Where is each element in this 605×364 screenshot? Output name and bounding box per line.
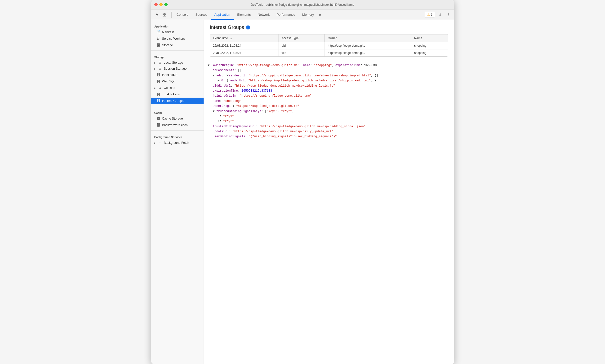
sidebar-item-label: Back/forward cach xyxy=(162,123,188,127)
sidebar-divider-3 xyxy=(151,130,204,131)
sidebar-item-background-fetch[interactable]: ▶ ↑ Background Fetch xyxy=(151,140,204,146)
sidebar-item-label: Service Workers xyxy=(162,37,185,40)
sidebar-item-label: Background Fetch xyxy=(164,141,189,145)
cell-owner: https://dsp-fledge-demo.gl... xyxy=(325,42,411,49)
cell-access-type: win xyxy=(279,49,325,57)
detail-line-13: userBiddingSignals: "{"user_bidding_sign… xyxy=(208,134,450,139)
sidebar-item-storage-app[interactable]: 🗄 Storage xyxy=(151,42,204,48)
svg-rect-2 xyxy=(163,15,164,16)
tab-application[interactable]: Application xyxy=(211,9,234,20)
sidebar-item-backforward-cache[interactable]: 🗄 Back/forward cach xyxy=(151,122,204,128)
cache-storage-icon: 🗄 xyxy=(156,117,160,121)
manifest-icon: 📄 xyxy=(156,30,160,34)
background-fetch-icon: ↑ xyxy=(158,141,162,145)
detail-line-0: adComponents: [] xyxy=(208,68,450,73)
settings-button[interactable]: ⚙ xyxy=(436,11,443,18)
cell-event-time: 22/03/2022, 11:03:24 xyxy=(210,49,279,57)
sidebar-section-storage: Storage xyxy=(151,53,204,60)
tab-sources[interactable]: Sources xyxy=(192,9,211,20)
detail-line-5: joiningOrigin: "https://shopping-fledge-… xyxy=(208,93,450,98)
session-storage-icon: ⊞ xyxy=(158,67,162,70)
backforward-cache-icon: 🗄 xyxy=(156,123,160,127)
sidebar-item-cache-storage[interactable]: 🗄 Cache Storage xyxy=(151,115,204,122)
sidebar-section-bg: Background Services xyxy=(151,133,204,140)
sidebar-item-label: Cache Storage xyxy=(162,117,183,120)
sidebar-item-label: Session Storage xyxy=(164,67,187,70)
web-sql-icon: 🗄 xyxy=(156,79,160,83)
window-title: DevTools - publisher-fledge-demo.glitch.… xyxy=(251,3,354,6)
info-icon[interactable]: i xyxy=(246,25,250,29)
col-access-type[interactable]: Access Type xyxy=(279,34,325,42)
sidebar-item-session-storage[interactable]: ▶ ⊞ Session Storage xyxy=(151,66,204,72)
detail-line-9: 0: "key1" xyxy=(208,114,450,119)
sidebar: Application 📄 Manifest ⚙ Service Workers… xyxy=(151,20,204,364)
content-area: Interest Groups i Event Time ▲ xyxy=(204,20,454,364)
sidebar-item-label: Interest Groups xyxy=(162,99,184,103)
col-owner[interactable]: Owner xyxy=(325,34,411,42)
devtools-window: DevTools - publisher-fledge-demo.glitch.… xyxy=(151,0,454,364)
toolbar-right: ⚠ 1 ⚙ ⋮ xyxy=(425,11,452,18)
tab-network[interactable]: Network xyxy=(254,9,273,20)
sidebar-item-manifest[interactable]: 📄 Manifest xyxy=(151,29,204,35)
service-workers-icon: ⚙ xyxy=(156,37,160,41)
svg-rect-3 xyxy=(165,15,166,16)
maximize-button[interactable] xyxy=(164,3,168,6)
sidebar-section-application: Application xyxy=(151,22,204,29)
more-options-button[interactable]: ⋮ xyxy=(445,11,452,18)
sidebar-item-label: Web SQL xyxy=(162,80,176,83)
toolbar: Console Sources Application Elements Net… xyxy=(151,9,454,20)
detail-line-7: ownerOrigin: "https://dsp-fledge-demo.gl… xyxy=(208,104,450,109)
detail-line-8: ▼ trustedBiddingSignalsKeys: ["key1", "k… xyxy=(208,109,450,114)
tab-performance[interactable]: Performance xyxy=(273,9,299,20)
detail-line-4: expirationTime: 1650538216.837188 xyxy=(208,88,450,93)
svg-rect-0 xyxy=(163,13,164,14)
main-layout: Application 📄 Manifest ⚙ Service Workers… xyxy=(151,20,454,364)
sort-icon: ▲ xyxy=(230,37,232,40)
local-storage-icon: ⊞ xyxy=(158,61,162,64)
content-top: Interest Groups i Event Time ▲ xyxy=(204,20,454,60)
table-row[interactable]: 22/03/2022, 11:03:24 bid https://dsp-fle… xyxy=(210,42,448,49)
sidebar-item-service-workers[interactable]: ⚙ Service Workers xyxy=(151,35,204,42)
cursor-tool[interactable] xyxy=(153,11,160,18)
sidebar-item-trust-tokens[interactable]: 🗄 Trust Tokens xyxy=(151,91,204,98)
tab-console[interactable]: Console xyxy=(173,9,192,20)
detail-line-root: ▼ {ownerOrigin: "https://dsp-fledge-demo… xyxy=(208,63,450,68)
close-button[interactable] xyxy=(154,3,158,6)
traffic-lights xyxy=(154,3,168,6)
local-storage-arrow: ▶ xyxy=(154,61,156,64)
sidebar-item-interest-groups[interactable]: 🗄 Interest Groups xyxy=(151,98,204,104)
toolbar-tabs: Console Sources Application Elements Net… xyxy=(173,9,425,20)
col-event-time[interactable]: Event Time ▲ xyxy=(210,34,279,42)
tab-elements[interactable]: Elements xyxy=(234,9,254,20)
sidebar-divider-1 xyxy=(151,50,204,51)
cell-owner: https://dsp-fledge-demo.gl... xyxy=(325,49,411,57)
sidebar-item-label: Cookies xyxy=(164,86,175,90)
sidebar-item-local-storage[interactable]: ▶ ⊞ Local Storage xyxy=(151,60,204,66)
session-storage-arrow: ▶ xyxy=(154,67,156,70)
tab-memory[interactable]: Memory xyxy=(299,9,317,20)
cell-access-type: bid xyxy=(279,42,325,49)
sidebar-item-label: Local Storage xyxy=(164,61,183,64)
detail-line-12: updateUrl: "https://dsp-fledge-demo.glit… xyxy=(208,129,450,134)
cell-name: shopping xyxy=(411,42,448,49)
detail-line-1: ▼ ads: [{renderUrl: "https://shopping-fl… xyxy=(208,73,450,78)
svg-rect-1 xyxy=(165,13,166,14)
trust-tokens-icon: 🗄 xyxy=(156,92,160,96)
toolbar-tools xyxy=(153,11,168,18)
detail-line-10: 1: "key2" xyxy=(208,119,450,124)
cell-event-time: 22/03/2022, 11:03:24 xyxy=(210,42,279,49)
sidebar-item-label: Manifest xyxy=(162,30,174,34)
minimize-button[interactable] xyxy=(159,3,163,6)
cookies-arrow: ▶ xyxy=(154,87,156,89)
detail-line-6: name: "shopping" xyxy=(208,99,450,104)
titlebar: DevTools - publisher-fledge-demo.glitch.… xyxy=(151,0,454,9)
sidebar-item-cookies[interactable]: ▶ ⚙ Cookies xyxy=(151,85,204,91)
sidebar-item-indexed-db[interactable]: 🗄 IndexedDB xyxy=(151,72,204,78)
col-name[interactable]: Name xyxy=(411,34,448,42)
table-row[interactable]: 22/03/2022, 11:03:24 win https://dsp-fle… xyxy=(210,49,448,57)
inspect-tool[interactable] xyxy=(161,11,168,18)
warning-badge[interactable]: ⚠ 1 xyxy=(425,12,435,17)
sidebar-item-web-sql[interactable]: 🗄 Web SQL xyxy=(151,78,204,85)
cell-name: shopping xyxy=(411,49,448,57)
more-tabs-button[interactable]: » xyxy=(317,12,323,17)
